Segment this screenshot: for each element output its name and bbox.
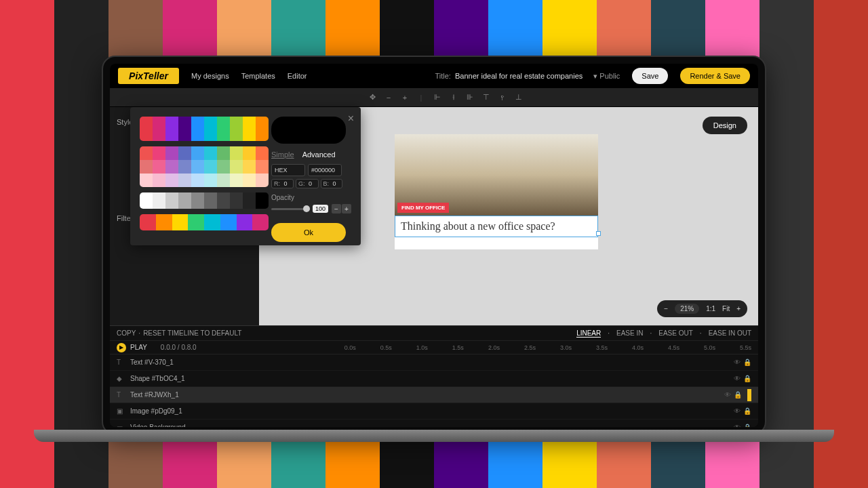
- b-input[interactable]: B:: [321, 179, 343, 188]
- easing-linear[interactable]: LINEAR: [576, 329, 601, 338]
- app-screen: PixTeller My designs Templates Editor Ti…: [110, 64, 758, 427]
- zoom-fit[interactable]: Fit: [722, 305, 730, 312]
- visibility-icon[interactable]: 👁: [724, 391, 731, 399]
- lock-icon[interactable]: 🔒: [743, 359, 751, 366]
- nav-editor[interactable]: Editor: [288, 72, 307, 80]
- align-right-icon[interactable]: ⊪: [465, 93, 475, 102]
- g-input[interactable]: G:: [296, 179, 319, 188]
- artboard[interactable]: FIND MY OFFICE Thinking about a new offi…: [395, 134, 598, 249]
- track-type-icon: ▣: [117, 407, 126, 415]
- play-icon[interactable]: ▶: [117, 343, 126, 352]
- track-row[interactable]: TText #RJWXh_1👁🔒: [110, 387, 758, 403]
- visibility-dropdown[interactable]: ▾ Public: [593, 72, 620, 81]
- track-label: Text #V-370_1: [130, 359, 174, 366]
- easing-easeinout[interactable]: EASE IN OUT: [709, 329, 751, 338]
- title-label: Title:: [435, 72, 451, 80]
- timeline-header: COPY · RESET TIMELINE TO DEFAULT LINEAR·…: [110, 326, 758, 341]
- reset-timeline-button[interactable]: RESET TIMELINE TO DEFAULT: [143, 329, 241, 337]
- nav-mydesigns[interactable]: My designs: [191, 72, 229, 80]
- render-save-button[interactable]: Render & Save: [680, 68, 750, 84]
- tool-minus-icon[interactable]: −: [384, 93, 393, 102]
- color-detail: Simple Advanced R: G: B: Opacity 100 −+: [271, 117, 351, 242]
- track-label: Video Background: [130, 424, 186, 427]
- copy-button[interactable]: COPY: [117, 329, 136, 337]
- r-input[interactable]: R:: [271, 179, 294, 188]
- align-center-icon[interactable]: ⫲: [449, 93, 458, 102]
- swatch-recent-row[interactable]: [140, 214, 269, 230]
- zoom-control: − 21% 1:1 Fit +: [657, 300, 747, 317]
- keyframe-bar[interactable]: [747, 389, 751, 401]
- time-info: 0.0.0 / 0.8.0: [161, 344, 197, 351]
- lock-icon[interactable]: 🔒: [743, 407, 751, 415]
- swatch-grid[interactable]: [140, 146, 269, 187]
- easing-easein[interactable]: EASE IN: [616, 329, 643, 338]
- visibility-icon[interactable]: 👁: [734, 407, 741, 415]
- visibility-icon[interactable]: 👁: [734, 375, 741, 382]
- track-type-icon: T: [117, 359, 126, 366]
- zoom-out-icon[interactable]: −: [664, 305, 668, 312]
- laptop-frame: PixTeller My designs Templates Editor Ti…: [102, 56, 766, 435]
- swatch-gray-row[interactable]: [140, 192, 269, 209]
- color-picker-popup: × Simple Advanced: [130, 107, 361, 245]
- track-type-icon: ▭: [117, 424, 126, 427]
- track-label: Image #pDg09_1: [130, 407, 182, 415]
- tool-move-icon[interactable]: ✥: [368, 93, 377, 102]
- logo: PixTeller: [118, 68, 179, 84]
- track-row[interactable]: ▭Video Background👁🔒: [110, 420, 758, 427]
- toolbar: ✥ − + | ⊩ ⫲ ⊪ ⊤ ⫯ ⊥: [110, 88, 758, 107]
- align-left-icon[interactable]: ⊩: [433, 93, 442, 102]
- zoom-percent[interactable]: 21%: [675, 304, 699, 314]
- swatch-primary-row[interactable]: [140, 117, 269, 141]
- hex-label: [271, 164, 305, 176]
- track-row[interactable]: ◆Shape #TbOC4_1👁🔒: [110, 371, 758, 387]
- lock-icon[interactable]: 🔒: [743, 375, 751, 382]
- track-row[interactable]: TText #V-370_1👁🔒: [110, 354, 758, 371]
- track-label: Shape #TbOC4_1: [130, 375, 185, 382]
- track-row[interactable]: ▣Image #pDg09_1👁🔒: [110, 403, 758, 420]
- timeline-playbar: ▶ PLAY 0.0.0 / 0.8.0 0.0s0.5s1.0s1.5s2.0…: [110, 341, 758, 354]
- visibility-icon[interactable]: 👁: [734, 359, 741, 366]
- topbar: PixTeller My designs Templates Editor Ti…: [110, 64, 758, 88]
- color-preview: [271, 117, 346, 144]
- align-bottom-icon[interactable]: ⊥: [514, 93, 524, 102]
- timeline-panel: COPY · RESET TIMELINE TO DEFAULT LINEAR·…: [110, 325, 758, 427]
- design-button[interactable]: Design: [703, 117, 747, 134]
- lock-icon[interactable]: 🔒: [734, 391, 742, 399]
- easing-easeout[interactable]: EASE OUT: [658, 329, 693, 338]
- track-type-icon: ◆: [117, 375, 126, 382]
- laptop-base: [34, 430, 834, 442]
- save-button[interactable]: Save: [632, 68, 668, 84]
- selection-handle[interactable]: [596, 231, 601, 236]
- opacity-minus[interactable]: −: [332, 204, 341, 214]
- zoom-in-icon[interactable]: +: [736, 305, 741, 312]
- hex-input[interactable]: [308, 164, 342, 176]
- opacity-value: 100: [313, 205, 328, 213]
- lock-icon[interactable]: 🔒: [743, 424, 751, 427]
- zoom-ratio[interactable]: 1:1: [706, 305, 715, 312]
- tool-plus-icon[interactable]: +: [400, 93, 410, 102]
- track-type-icon: T: [117, 391, 126, 399]
- opacity-label: Opacity: [271, 194, 351, 201]
- play-label[interactable]: PLAY: [130, 344, 147, 351]
- align-top-icon[interactable]: ⊤: [481, 93, 491, 102]
- left-panel: Style Filter × Simple Advanc: [110, 107, 259, 325]
- visibility-icon[interactable]: 👁: [734, 424, 741, 427]
- time-ruler[interactable]: 0.0s0.5s1.0s1.5s2.0s2.5s3.0s3.5s4.0s4.5s…: [344, 344, 751, 351]
- nav-templates[interactable]: Templates: [241, 72, 275, 80]
- tab-simple[interactable]: Simple: [271, 150, 294, 159]
- find-office-badge[interactable]: FIND MY OFFICE: [397, 203, 449, 213]
- align-middle-icon[interactable]: ⫯: [498, 93, 507, 102]
- tab-advanced[interactable]: Advanced: [302, 150, 336, 159]
- title-value[interactable]: Banner ideal for real estate companies: [455, 72, 583, 80]
- opacity-slider[interactable]: [271, 208, 310, 210]
- track-label: Text #RJWXh_1: [130, 391, 179, 399]
- office-image[interactable]: FIND MY OFFICE: [395, 134, 598, 216]
- ok-button[interactable]: Ok: [271, 223, 346, 242]
- title-area: Title: Banner ideal for real estate comp…: [435, 72, 620, 81]
- headline-text[interactable]: Thinking about a new office space?: [395, 216, 598, 237]
- main-area: Style Filter × Simple Advanc: [110, 107, 758, 325]
- timeline-tracks: TText #V-370_1👁🔒◆Shape #TbOC4_1👁🔒TText #…: [110, 354, 758, 427]
- opacity-plus[interactable]: +: [342, 204, 351, 214]
